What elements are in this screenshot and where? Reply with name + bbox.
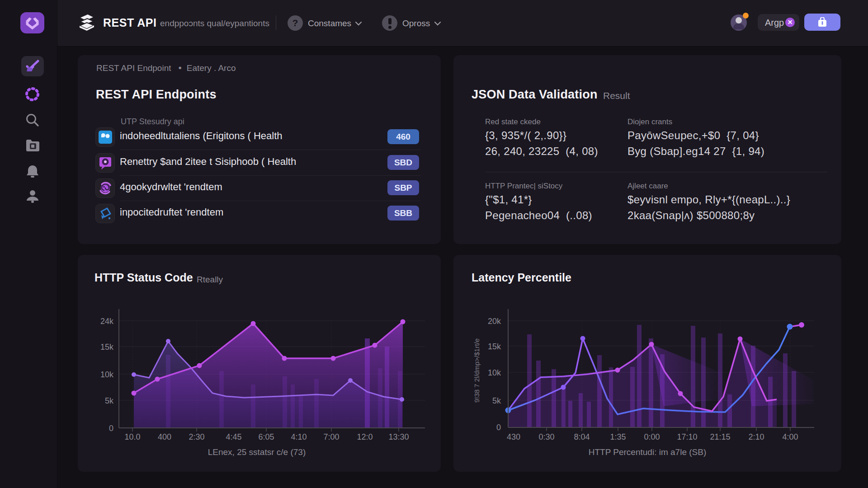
svg-text:0:30: 0:30 [538, 432, 554, 441]
svg-text:7:00: 7:00 [323, 432, 339, 441]
svg-text:10.0: 10.0 [124, 432, 140, 441]
svg-text:HTTP Percentudi: im a7le (SB): HTTP Percentudi: im a7le (SB) [589, 447, 706, 457]
svg-text:13:30: 13:30 [388, 432, 409, 441]
svg-text:2:30: 2:30 [189, 432, 204, 441]
svg-text:15k: 15k [488, 342, 501, 351]
svg-text:0:00: 0:00 [644, 432, 660, 441]
svg-text:400: 400 [158, 432, 171, 441]
svg-text:9ǃ38 7 2l/dmp>/$1rt/e: 9ǃ38 7 2l/dmp>/$1rt/e [473, 338, 481, 403]
svg-text:10k: 10k [100, 370, 114, 379]
svg-text:4:00: 4:00 [782, 432, 798, 441]
svg-text:10k: 10k [488, 368, 501, 377]
svg-text:5k: 5k [492, 396, 501, 405]
svg-text:21:15: 21:15 [710, 432, 730, 441]
svg-text:0: 0 [109, 424, 113, 433]
svg-text:1:35: 1:35 [610, 432, 626, 441]
svg-text:15k: 15k [100, 343, 114, 352]
svg-text:20k: 20k [488, 317, 501, 326]
svg-text:5k: 5k [105, 396, 114, 405]
svg-text:6:05: 6:05 [258, 432, 274, 441]
svg-text:12:0: 12:0 [357, 432, 373, 441]
svg-text:24k: 24k [100, 317, 114, 326]
svg-text:8:04: 8:04 [574, 432, 590, 441]
svg-text:4:45: 4:45 [226, 432, 241, 441]
svg-text:4:10: 4:10 [291, 432, 307, 441]
svg-text:2:10: 2:10 [748, 432, 764, 441]
svg-text:LEnex, 25 sstatsr c/e (73): LEnex, 25 sstatsr c/e (73) [208, 447, 306, 457]
svg-text:430: 430 [507, 432, 520, 441]
svg-text:0: 0 [496, 423, 501, 432]
svg-text:17:10: 17:10 [677, 432, 697, 441]
